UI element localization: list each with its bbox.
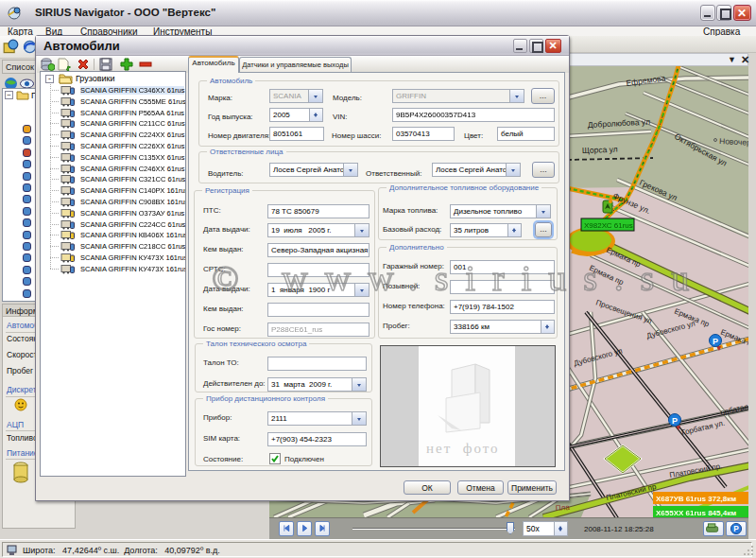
svg-text:Щорса ул: Щорса ул	[582, 145, 618, 155]
svg-text:Х982ХС 61rus: Х982ХС 61rus	[584, 221, 633, 230]
svg-text:P: P	[733, 524, 739, 533]
svg-text:Новочерк: Новочерк	[719, 136, 748, 148]
svg-text:Х655ХХ 61rus 845,4км: Х655ХХ 61rus 845,4км	[656, 509, 736, 517]
svg-text:P: P	[672, 416, 678, 426]
svg-text:P: P	[713, 337, 718, 346]
svg-text:Пла: Пла	[556, 503, 571, 513]
svg-text:Х687УВ 61rus 372,8км: Х687УВ 61rus 372,8км	[656, 495, 736, 503]
